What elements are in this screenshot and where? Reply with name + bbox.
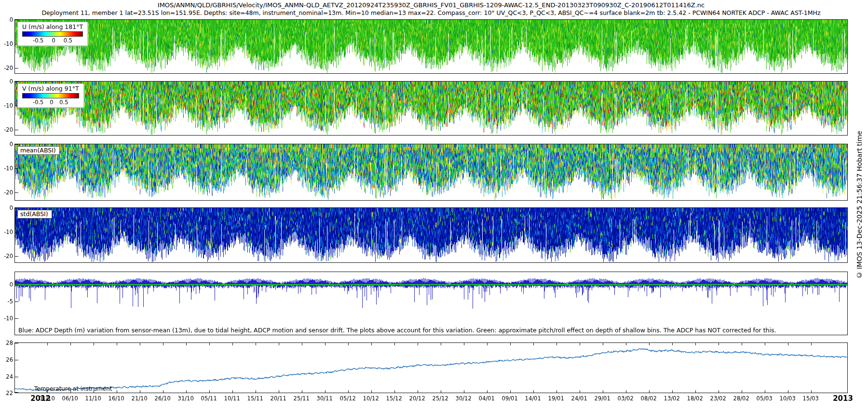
v-colorbar-title: V (m/s) along 91°T — [22, 85, 79, 92]
y-tick-mark — [15, 232, 18, 232]
figure-title: IMOS/ANMN/QLD/GBRHIS/Velocity/IMOS_ANMN-… — [14, 1, 848, 9]
x-tick-label: 08/02 — [641, 395, 657, 402]
y-tick-label: 0 — [1, 205, 13, 211]
x-tick-label: 24/01 — [571, 395, 587, 402]
x-tick-mark — [279, 343, 279, 345]
x-tick-mark — [279, 390, 279, 393]
x-tick-mark — [163, 343, 163, 345]
panel-temperature: 28 26 24 22 Temperature at instrument — [14, 342, 848, 393]
x-tick-label: 13/02 — [664, 395, 680, 402]
std-absi-label: std(ABSI) — [17, 210, 52, 219]
y-tick-mark — [15, 130, 18, 130]
x-tick-label: 03/02 — [618, 395, 634, 402]
x-tick-mark — [325, 343, 326, 345]
y-tick-mark — [15, 68, 18, 68]
y-tick-label: 28 — [1, 340, 13, 346]
y-tick-mark — [15, 392, 18, 393]
x-tick-mark — [556, 343, 557, 345]
panel-mean-absi: 0 -10 -20 mean(ABSI) — [14, 144, 848, 201]
x-tick-mark — [117, 343, 117, 345]
x-tick-mark — [765, 343, 765, 345]
y-tick-label: 0 — [1, 141, 13, 148]
y-tick-label: -20 — [1, 253, 13, 260]
x-tick-mark — [603, 343, 603, 345]
x-tick-label: 30/11 — [317, 395, 333, 402]
depth-note: Blue: ADCP Depth (m) variation from sens… — [18, 327, 776, 334]
x-tick-mark — [742, 390, 742, 393]
x-axis-year-end: 2013 — [833, 394, 853, 403]
y-tick-label: 0 — [1, 78, 13, 85]
x-tick-label: 25/12 — [433, 395, 448, 402]
x-tick-mark — [47, 343, 48, 345]
x-tick-label: 29/01 — [595, 395, 610, 402]
x-tick-label: 26/10 — [155, 395, 171, 402]
imos-watermark: © IMOS 13-Dec-2025 21:56:37 Hobart time — [854, 0, 865, 410]
x-tick-mark — [742, 343, 742, 345]
y-tick-label: 0 — [1, 281, 13, 288]
v-colorbar-ticks: -0.5 0 0.5 — [22, 99, 79, 106]
x-tick-label: 14/01 — [525, 395, 541, 402]
x-tick-label: 15/03 — [803, 395, 819, 402]
x-tick-label: 19/01 — [548, 395, 564, 402]
v-colorbar-gradient — [22, 93, 79, 98]
y-tick-label: 0 — [1, 16, 13, 23]
x-tick-mark — [649, 390, 650, 393]
x-tick-mark — [788, 390, 788, 393]
x-tick-mark — [302, 343, 302, 345]
adcp-depth-plot — [15, 272, 847, 335]
temperature-plot — [15, 343, 847, 393]
x-tick-label: 10/12 — [363, 395, 379, 402]
panel-u-velocity: 0 -10 -20 U (m/s) along 181°T -0.5 0 0.5 — [14, 19, 848, 74]
y-tick-label: -20 — [1, 126, 13, 133]
x-tick-mark — [487, 343, 488, 345]
y-tick-mark — [15, 144, 18, 145]
x-tick-label: 15/11 — [247, 395, 263, 402]
x-tick-label: 05/03 — [757, 395, 773, 402]
x-tick-mark — [788, 343, 788, 345]
x-tick-label: 23/02 — [710, 395, 726, 402]
x-tick-mark — [672, 390, 673, 393]
y-tick-label: 24 — [1, 373, 13, 380]
x-tick-mark — [348, 390, 349, 393]
y-tick-label: -10 — [1, 165, 13, 172]
x-tick-label: 31/10 — [178, 395, 194, 402]
y-tick-mark — [15, 285, 18, 285]
x-tick-mark — [533, 390, 534, 393]
x-tick-mark — [464, 390, 464, 393]
u-velocity-heatmap — [15, 20, 847, 73]
y-tick-mark — [15, 318, 18, 319]
x-tick-mark — [719, 390, 719, 393]
x-tick-mark — [117, 390, 117, 393]
y-tick-label: -10 — [1, 102, 13, 109]
x-tick-mark — [510, 343, 511, 345]
y-tick-mark — [15, 343, 18, 343]
x-tick-mark — [510, 390, 511, 393]
x-tick-mark — [695, 343, 696, 345]
x-tick-mark — [695, 390, 696, 393]
x-tick-label: 16/10 — [108, 395, 124, 402]
x-tick-mark — [580, 390, 580, 393]
x-tick-label: 10/03 — [780, 395, 796, 402]
y-tick-mark — [15, 256, 18, 257]
x-tick-mark — [765, 390, 765, 393]
x-tick-mark — [371, 343, 372, 345]
x-tick-mark — [533, 343, 534, 345]
x-tick-label: 05/12 — [340, 395, 356, 402]
y-tick-mark — [15, 168, 18, 169]
y-tick-mark — [15, 360, 18, 360]
x-tick-label: 20/12 — [409, 395, 425, 402]
x-axis: 2012 2013 01/1006/1011/1016/1021/1026/10… — [0, 394, 868, 405]
x-tick-mark — [556, 390, 557, 393]
y-tick-mark — [15, 208, 18, 208]
x-tick-label: 04/01 — [479, 395, 495, 402]
x-tick-mark — [441, 390, 441, 393]
x-tick-label: 06/10 — [62, 395, 78, 402]
x-tick-mark — [186, 343, 187, 345]
figure-subtitle: Deployment 11, member 1 lat=23.51S lon=1… — [14, 9, 848, 16]
y-tick-label: -10 — [1, 229, 13, 235]
x-tick-mark — [394, 390, 395, 393]
u-colorbar-gradient — [22, 31, 83, 37]
x-tick-mark — [603, 390, 603, 393]
u-colorbar-title: U (m/s) along 181°T — [22, 23, 83, 30]
x-tick-mark — [256, 390, 256, 393]
